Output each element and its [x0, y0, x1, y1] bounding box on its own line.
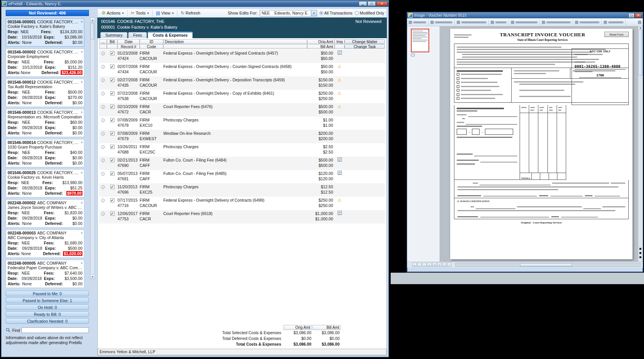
table-row[interactable]: i✔01/23/200847424FIRMCACOURFederal Expre… — [99, 50, 385, 63]
table-row[interactable]: i✔07/08/200947678FIRMEXC10Photocopy Char… — [99, 116, 385, 130]
col-description[interactable]: Description — [163, 39, 307, 44]
info-icon[interactable]: i — [101, 185, 105, 189]
warning-icon[interactable]: ⚠ — [338, 91, 341, 95]
viewer-toolbar-button[interactable] — [604, 20, 623, 25]
col-id[interactable]: ID — [140, 39, 163, 44]
viewer-toolbar-button[interactable] — [409, 20, 426, 25]
maximize-button[interactable]: ▢ — [628, 13, 634, 18]
tools-menu[interactable]: ✂ Tools ▼ — [129, 10, 151, 16]
info-icon[interactable]: i — [101, 52, 105, 55]
table-row[interactable]: i✔02/21/201347690FIRMCAFFFulton Co. Cour… — [99, 157, 385, 170]
status-filter-button[interactable]: Passed to Someone Else: 1 — [6, 298, 89, 303]
viewer-toolbar-button[interactable] — [457, 20, 486, 25]
col-bill[interactable]: Bill — [107, 39, 118, 44]
horizontal-scrollbar[interactable] — [455, 263, 641, 267]
info-icon[interactable]: i — [101, 92, 105, 95]
bill-checkbox[interactable]: ✔ — [110, 65, 114, 69]
collapse-chevron-icon[interactable]: » — [79, 141, 83, 143]
matter-card[interactable]: 001546-000001COOKIE FACTORY, THE»Cookie … — [6, 18, 84, 47]
page-thumbnail[interactable] — [411, 29, 429, 52]
checkbox-icon[interactable] — [457, 77, 459, 80]
viewer-toolbar-button[interactable] — [542, 20, 571, 25]
bill-checkbox[interactable]: ✔ — [110, 185, 114, 189]
actions-menu[interactable]: ⚙ Actions ▼ — [100, 10, 126, 16]
matter-card[interactable]: 001546-000002COOKIE FACTORY, THE»Corpora… — [6, 49, 84, 77]
col-bill-amt[interactable]: Bill Amt — [307, 44, 335, 49]
status-filter-button[interactable]: Passed to Me: 0 — [6, 291, 89, 296]
bill-checkbox[interactable]: ✔ — [110, 105, 114, 109]
col-more[interactable]: ... — [99, 39, 107, 44]
zoom-in-icon[interactable]: ▯ — [437, 263, 441, 267]
checkbox-icon[interactable] — [457, 81, 459, 84]
col-date[interactable]: Date — [118, 39, 140, 44]
bill-checkbox[interactable]: ✔ — [110, 198, 114, 202]
next-page-icon[interactable]: › — [422, 263, 427, 267]
table-row[interactable]: i✔12/06/201747753FIRMCACRCourt Reporter … — [99, 210, 385, 223]
collapse-chevron-icon[interactable]: » — [79, 51, 83, 53]
table-row[interactable]: i✔11/20/201347696FIRMEXC25Photocopy Char… — [99, 183, 385, 197]
viewer-titlebar[interactable]: Image - Voucher Number 9515 ▢ ✕ — [407, 12, 643, 18]
close-button[interactable]: ✕ — [376, 1, 388, 6]
info-icon[interactable]: i — [101, 199, 105, 202]
image-attachment-icon[interactable] — [338, 50, 342, 55]
collapse-chevron-icon[interactable]: » — [79, 232, 83, 234]
collapse-chevron-icon[interactable]: » — [79, 81, 83, 83]
bill-checkbox[interactable]: ✔ — [110, 145, 114, 149]
info-icon[interactable]: i — [101, 172, 105, 176]
matter-card[interactable]: 001546-000014COOKIE FACTORY, THE»1030 Gr… — [6, 139, 84, 167]
matter-card[interactable]: 001546-000012COOKIE FACTORY, THE»Tax Aud… — [6, 79, 84, 107]
image-attachment-icon[interactable] — [338, 171, 342, 175]
all-transactions-radio[interactable]: All Transactions — [319, 11, 353, 15]
bill-checkbox[interactable]: ✔ — [110, 51, 114, 55]
matter-card[interactable]: 002248-000005ABC COMPANY»Federalist Pape… — [6, 260, 84, 288]
prev-page-icon[interactable]: ‹ — [417, 263, 422, 267]
info-icon[interactable]: i — [101, 158, 105, 162]
tab-costs-expenses[interactable]: Costs & Expenses — [148, 31, 193, 38]
col-img[interactable]: Img — [335, 39, 345, 44]
bill-checkbox[interactable]: ✔ — [110, 158, 114, 162]
viewer-toolbar-button[interactable] — [491, 20, 507, 25]
info-icon[interactable]: i — [101, 78, 105, 82]
status-filter-button[interactable]: Clarification Needed: 0 — [6, 318, 89, 324]
close-button[interactable]: ✕ — [635, 13, 642, 18]
minimize-button[interactable]: ▁ — [359, 1, 367, 6]
matter-card[interactable]: 002248-000003ABC COMPANY»ABC Company v. … — [6, 230, 84, 258]
col-record[interactable]: Record # — [118, 44, 140, 49]
maximize-button[interactable]: ▢ — [367, 1, 376, 6]
zoom-out-icon[interactable]: ▭ — [432, 263, 436, 267]
vertical-scrollbar[interactable]: ▲ — [638, 26, 643, 262]
scroll-down-icon[interactable]: ▼ — [90, 274, 95, 279]
viewer-toolbar-button[interactable] — [430, 20, 452, 25]
thumbnail-tool-icon[interactable] — [411, 53, 415, 57]
tab-fees[interactable]: Fees — [128, 32, 147, 38]
table-row[interactable]: i✔02/10/200947672FIRMCACRCourt Reporter … — [99, 103, 385, 116]
info-icon[interactable]: i — [101, 65, 105, 69]
modified-only-radio[interactable]: Modified Only — [355, 11, 384, 15]
info-icon[interactable]: i — [101, 145, 105, 149]
scrollbar-thumb[interactable] — [91, 23, 94, 40]
checkbox-icon[interactable] — [457, 89, 459, 92]
viewer-toolbar-button[interactable] — [575, 20, 599, 25]
warning-icon[interactable]: ⚠ — [338, 198, 341, 202]
editor-dropdown[interactable]: NEE Edwards, Nancy E. ▼ — [260, 10, 317, 16]
bill-checkbox[interactable]: ✔ — [110, 171, 114, 176]
matter-card[interactable]: 001546-000025COOKIE FACTORY, THE»Cookie … — [6, 169, 84, 197]
viewer-toolbar-button[interactable] — [638, 20, 641, 25]
change-task-button[interactable]: Change Task — [345, 44, 385, 49]
collapse-chevron-icon[interactable]: » — [79, 21, 83, 23]
image-attachment-icon[interactable] — [338, 211, 342, 215]
table-row[interactable]: i✔07/17/201547716FIRMCACOURFederal Expre… — [99, 197, 385, 210]
scrollbar-thumb[interactable] — [520, 263, 572, 267]
last-page-icon[interactable]: » — [427, 263, 431, 267]
table-row[interactable]: i✔02/27/200847435FIRMCACOURFederal Expre… — [99, 76, 385, 90]
table-row[interactable]: i✔07/08/200947679FIRMEXWESTWestlaw On-li… — [99, 130, 385, 143]
table-row[interactable]: i✔02/07/200847434FIRMCACOURFederal Expre… — [99, 63, 385, 76]
col-orig-amt[interactable]: Orig Amt — [307, 39, 335, 44]
collapse-chevron-icon[interactable]: » — [79, 111, 83, 113]
find-input[interactable] — [21, 327, 89, 333]
not-reviewed-banner[interactable]: Not Reviewed: 406 — [6, 10, 89, 16]
scroll-up-icon[interactable]: ▲ — [90, 18, 95, 23]
image-attachment-icon[interactable] — [338, 157, 342, 162]
bill-checkbox[interactable]: ✔ — [110, 212, 114, 216]
refresh-button[interactable]: ↻ Refresh — [179, 10, 202, 16]
